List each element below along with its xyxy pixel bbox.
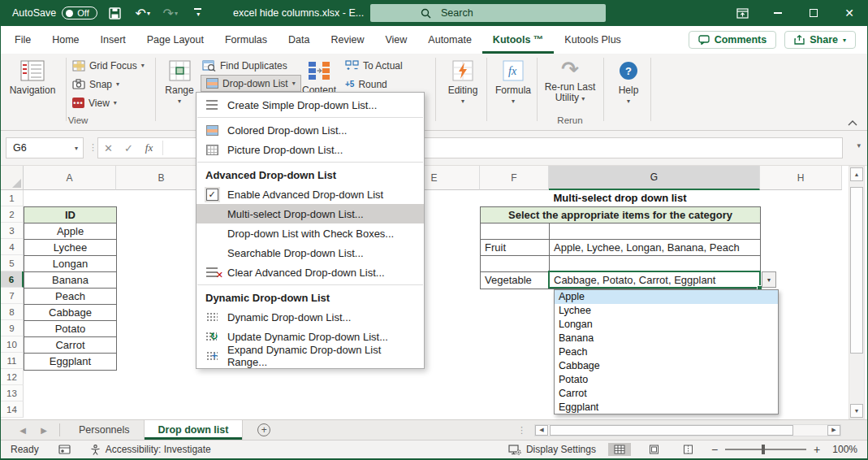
dropdown-list-item[interactable]: Eggplant <box>555 401 778 414</box>
id-table-cell[interactable]: Potato <box>24 321 116 337</box>
redo-chevron-icon[interactable]: ▾ <box>175 10 178 17</box>
row-number[interactable]: 5 <box>1 255 24 271</box>
confirm-entry-icon[interactable]: ✓ <box>119 142 139 154</box>
tab-page-layout[interactable]: Page Layout <box>136 26 214 54</box>
quick-access-toolbar-menu[interactable]: ▾ <box>188 3 208 23</box>
name-box[interactable]: G6 ▾ <box>6 137 84 158</box>
row-number[interactable]: 4 <box>1 239 24 255</box>
redo-button[interactable]: ↷▾ <box>161 3 180 23</box>
row-number[interactable]: 10 <box>1 336 24 353</box>
select-all-button[interactable] <box>1 166 24 190</box>
zoom-track[interactable] <box>725 449 806 450</box>
vegetable-label-cell[interactable]: Vegetable <box>481 272 550 289</box>
menu-item-searchable[interactable]: Searchable Drop-down List... <box>196 243 424 263</box>
row-number[interactable]: 9 <box>1 320 24 336</box>
column-header-f[interactable]: F <box>480 166 549 190</box>
find-duplicates-button[interactable]: Find Duplicates <box>202 57 287 74</box>
menu-item-multi-select[interactable]: Multi-select Drop-down List... <box>196 204 424 223</box>
navigation-button[interactable]: Navigation <box>7 56 58 96</box>
zoom-out-icon[interactable]: − <box>711 443 718 456</box>
insert-function-icon[interactable]: fx <box>139 141 159 154</box>
id-table-cell[interactable]: Peach <box>24 289 116 305</box>
sheet-tab-personnels[interactable]: Personnels <box>65 420 144 440</box>
menu-item-expand-dynamic[interactable]: + Expand Dynamic Drop-down List Range... <box>196 346 424 366</box>
row-number[interactable]: 2 <box>1 206 24 223</box>
horizontal-scroll-thumb[interactable] <box>550 425 793 436</box>
empty-cell[interactable] <box>481 223 550 239</box>
id-table-cell[interactable]: Apple <box>24 223 116 240</box>
zoom-slider[interactable]: − + <box>711 443 820 456</box>
category-table-header-cell[interactable]: Select the appropriate items for the cat… <box>481 207 760 223</box>
row-number[interactable]: 6 <box>1 271 24 288</box>
tab-bar-drag-handle[interactable]: ⋮ <box>517 425 526 436</box>
grid-focus-button[interactable]: Grid Focus ▾ <box>72 57 145 74</box>
id-table-cell[interactable]: Lychee <box>24 240 116 256</box>
dropdown-list-item[interactable]: Cabbage <box>555 359 778 373</box>
page-break-preview-button[interactable] <box>677 443 699 456</box>
share-button[interactable]: Share ▾ <box>784 31 856 49</box>
fruit-value-cell[interactable]: Apple, Lychee, Longan, Banana, Peach <box>550 240 760 255</box>
row-number[interactable]: 12 <box>1 369 24 385</box>
menu-item-clear-advanced[interactable]: ✕ Clear Advanced Drop-down List... <box>196 263 424 282</box>
ribbon-display-options-button[interactable] <box>724 0 760 26</box>
tab-data[interactable]: Data <box>278 26 320 54</box>
close-button[interactable]: ✕ <box>831 0 867 26</box>
view-button[interactable]: ••• View ▾ <box>72 94 117 111</box>
rerun-last-utility-button[interactable]: ↷ Re-run Last Utility ▾ <box>540 56 600 104</box>
id-table-cell[interactable]: Banana <box>24 272 116 289</box>
content-button[interactable]: Content <box>298 56 340 96</box>
tab-home[interactable]: Home <box>41 26 89 54</box>
scroll-down-button[interactable]: ▼ <box>850 404 863 418</box>
normal-view-button[interactable] <box>608 443 631 456</box>
fruit-label-cell[interactable]: Fruit <box>481 240 550 255</box>
id-table-cell[interactable]: Eggplant <box>24 354 116 370</box>
page-layout-view-button[interactable] <box>643 443 665 456</box>
collapse-ribbon-button[interactable] <box>848 117 857 128</box>
tab-automate[interactable]: Automate <box>417 26 482 54</box>
save-button[interactable] <box>106 3 125 23</box>
snap-button[interactable]: Snap ▾ <box>72 76 119 93</box>
menu-item-create-simple[interactable]: Create Simple Drop-down List... <box>196 95 424 115</box>
menu-item-enable-advanced[interactable]: ✓ Enable Advanced Drop-down List <box>196 184 424 204</box>
id-table-header-cell[interactable]: ID <box>24 207 116 223</box>
drop-down-list-button[interactable]: Drop-down List ▾ <box>201 75 301 92</box>
range-button[interactable]: Range ▾ <box>160 56 199 106</box>
next-sheet-button[interactable]: ▶ <box>33 426 54 435</box>
dropdown-list-item[interactable]: Longan <box>555 318 778 332</box>
minimize-button[interactable] <box>760 0 796 26</box>
zoom-level[interactable]: 100% <box>832 444 857 455</box>
vertical-scroll-thumb[interactable] <box>850 187 863 354</box>
cell-dropdown-button[interactable]: ▼ <box>762 271 776 288</box>
display-settings-button[interactable]: Display Settings <box>508 444 596 455</box>
comments-button[interactable]: Comments <box>689 31 777 49</box>
dropdown-list-item[interactable]: Carrot <box>555 387 778 401</box>
dropdown-list-item[interactable]: Peach <box>555 345 778 359</box>
menu-item-check-boxes[interactable]: Drop-down List with Check Boxes... <box>196 223 424 243</box>
autosave-toggle[interactable]: AutoSave Off <box>12 7 97 20</box>
cancel-entry-icon[interactable]: ✕ <box>98 142 119 154</box>
dropdown-list-item[interactable]: Apple <box>555 290 778 304</box>
tab-formulas[interactable]: Formulas <box>214 26 278 54</box>
help-button[interactable]: ? Help ▾ <box>608 56 649 106</box>
row-number[interactable]: 11 <box>1 353 24 369</box>
sheet-tab-drop-down-list[interactable]: Drop down list <box>144 420 244 440</box>
tab-insert[interactable]: Insert <box>90 26 136 54</box>
row-number[interactable]: 8 <box>1 304 24 320</box>
previous-sheet-button[interactable]: ◀ <box>12 426 33 435</box>
autosave-pill[interactable]: Off <box>62 7 97 20</box>
menu-item-picture[interactable]: Picture Drop-down List... <box>196 140 424 159</box>
column-header-h[interactable]: H <box>760 166 842 190</box>
macro-record-button[interactable] <box>58 445 71 454</box>
undo-button[interactable]: ↶▾ <box>133 3 153 23</box>
undo-chevron-icon[interactable]: ▾ <box>147 10 150 17</box>
dropdown-list-item[interactable]: Potato <box>555 373 778 387</box>
horizontal-scrollbar[interactable]: ◀ ▶ <box>534 424 841 436</box>
formula-button[interactable]: fx Formula ▾ <box>491 56 535 106</box>
zoom-thumb[interactable] <box>762 445 765 454</box>
menu-item-colored[interactable]: Colored Drop-down List... <box>196 120 424 140</box>
to-actual-button[interactable]: To Actual <box>345 57 403 74</box>
row-number[interactable]: 7 <box>1 288 24 304</box>
vertical-scrollbar[interactable]: ▲ ▼ <box>849 166 865 419</box>
zoom-in-icon[interactable]: + <box>814 443 820 456</box>
round-button[interactable]: +5 Round <box>345 76 387 93</box>
